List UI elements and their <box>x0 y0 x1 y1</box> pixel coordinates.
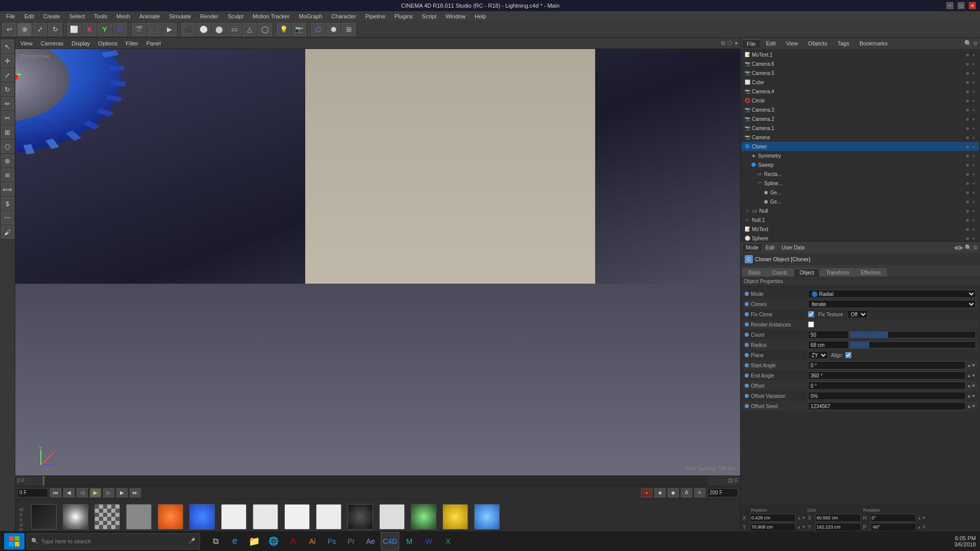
obj-visibility-indicator[interactable]: ◉ <box>964 189 970 195</box>
props-nav-right[interactable]: ▶ <box>959 244 964 251</box>
object-list-item[interactable]: 📝MoText.1◉● <box>742 50 979 59</box>
sphere-primitive[interactable]: ⚪ <box>197 23 211 36</box>
maya-taskbar[interactable]: M <box>400 532 419 550</box>
obj-visibility-indicator[interactable]: ● <box>971 79 977 85</box>
premiere[interactable]: Pr <box>342 532 360 550</box>
end-angle-arrow[interactable]: ▲▼ <box>967 373 976 378</box>
obj-visibility-indicator[interactable]: ● <box>971 153 977 159</box>
obj-visibility-indicator[interactable]: ● <box>971 134 977 140</box>
excel[interactable]: X <box>439 532 457 550</box>
obj-visibility-indicator[interactable]: ● <box>971 61 977 67</box>
object-list-item[interactable]: 📷Camera.6◉● <box>742 59 979 68</box>
menu-edit[interactable]: Edit <box>20 12 38 20</box>
menu-pipeline[interactable]: Pipeline <box>361 12 389 20</box>
object-list-item[interactable]: 📷Camera.4◉● <box>742 87 979 96</box>
draw-tool[interactable]: ✏ <box>1 97 14 110</box>
scale-tool-left[interactable]: ⤢ <box>1 68 14 82</box>
offset-arrow[interactable]: ▲▼ <box>967 383 976 388</box>
obj-tab-bookmarks[interactable]: Bookmarks <box>855 39 892 47</box>
play-forward-button[interactable]: ▷ <box>103 488 114 497</box>
move-tool-left[interactable]: ✛ <box>1 54 14 67</box>
object-list-item[interactable]: ◼Ge...◉● <box>742 197 979 206</box>
rotate-tool-left[interactable]: ↻ <box>1 83 14 96</box>
auto-key[interactable]: A <box>681 488 692 497</box>
obj-visibility-indicator[interactable]: ● <box>971 217 977 223</box>
props-settings-icon[interactable]: ⚙ <box>973 244 978 251</box>
count-input[interactable] <box>808 331 849 339</box>
chrome-browser[interactable]: 🌐 <box>264 532 283 550</box>
maximize-button[interactable]: □ <box>958 2 965 9</box>
undo-tool[interactable]: ↩ <box>2 23 16 36</box>
offset-input[interactable] <box>808 382 966 390</box>
frame-end-input[interactable] <box>707 488 738 497</box>
plane-primitive[interactable]: ▭ <box>227 23 241 36</box>
object-list-item[interactable]: 🔷Sweep◉● <box>742 160 979 169</box>
close-button[interactable]: ✕ <box>969 2 976 9</box>
cylinder-primitive[interactable]: ⬤ <box>212 23 226 36</box>
offset-variation-input[interactable] <box>808 392 966 400</box>
acrobat[interactable]: A <box>284 532 302 550</box>
x-size-input[interactable] <box>815 514 861 522</box>
ipr-tool[interactable]: ▶ <box>162 23 177 36</box>
object-list-item[interactable]: ○Null.1◉● <box>742 215 979 224</box>
select-tool[interactable]: ⬜ <box>67 23 81 36</box>
fracture-tool[interactable]: ⬢ <box>326 23 340 36</box>
menu-animate[interactable]: Animate <box>135 12 164 20</box>
vp-cameras-menu[interactable]: Cameras <box>38 40 67 47</box>
y-size-input[interactable] <box>815 523 861 531</box>
y-axis[interactable]: Y <box>97 23 112 36</box>
x-pos-input[interactable] <box>750 514 796 522</box>
cube-primitive[interactable]: ⬛ <box>181 23 195 36</box>
next-frame-button[interactable]: ▶ <box>116 488 128 497</box>
knife-tool[interactable]: ✂ <box>1 111 14 124</box>
tab-object[interactable]: Object <box>794 268 820 277</box>
obj-visibility-indicator[interactable]: ● <box>971 70 977 76</box>
vp-view-menu[interactable]: View <box>17 40 36 47</box>
magnet-tool[interactable]: $ <box>1 197 14 210</box>
obj-tab-view[interactable]: View <box>782 39 802 47</box>
obj-tab-objects[interactable]: Objects <box>804 39 831 47</box>
bevel-tool[interactable]: ⬡ <box>1 140 14 153</box>
props-tab-mode[interactable]: Mode <box>743 244 762 252</box>
vp-icon-2[interactable]: ⬡ <box>727 40 732 46</box>
obj-settings-icon[interactable]: ⚙ <box>973 40 978 47</box>
menu-simulate[interactable]: Simulate <box>165 12 195 20</box>
obj-tab-tags[interactable]: Tags <box>834 39 853 47</box>
obj-visibility-indicator[interactable]: ◉ <box>964 162 970 168</box>
x-axis[interactable]: X <box>82 23 96 36</box>
obj-visibility-indicator[interactable]: ● <box>971 171 977 177</box>
play-back-button[interactable]: ◁ <box>77 488 88 497</box>
menu-create[interactable]: Create <box>39 12 64 20</box>
obj-visibility-indicator[interactable]: ◉ <box>964 97 970 104</box>
tab-effectors[interactable]: Effectors <box>855 268 887 277</box>
tab-basic[interactable]: Basic <box>743 268 766 277</box>
obj-visibility-indicator[interactable]: ● <box>971 107 977 113</box>
paint-tool[interactable]: 🖌 <box>1 226 14 239</box>
obj-visibility-indicator[interactable]: ● <box>971 180 977 186</box>
fix-clone-checkbox[interactable] <box>808 311 814 317</box>
matrix-tool[interactable]: ⊞ <box>341 23 356 36</box>
move-tool[interactable]: ⊕ <box>17 23 32 36</box>
obj-visibility-indicator[interactable]: ● <box>971 235 977 241</box>
props-tab-edit[interactable]: Edit <box>763 244 777 252</box>
menu-motion tracker[interactable]: Motion Tracker <box>249 12 294 20</box>
edge-browser[interactable]: e <box>226 532 244 550</box>
object-list-item[interactable]: ▭Recta...◉● <box>742 169 979 179</box>
stop-button[interactable]: ■ <box>654 488 666 497</box>
offset-seed-input[interactable] <box>808 402 966 410</box>
obj-search-icon[interactable]: 🔍 <box>964 40 972 47</box>
start-angle-input[interactable] <box>808 361 966 369</box>
taskbar-search-box[interactable]: 🔍 Type here to search 🎤 <box>27 533 200 549</box>
obj-visibility-indicator[interactable]: ◉ <box>964 226 970 232</box>
obj-visibility-indicator[interactable]: ◉ <box>964 61 970 67</box>
menu-character[interactable]: Character <box>327 12 360 20</box>
object-list-item[interactable]: ⬜Cube◉● <box>742 78 979 87</box>
timeline-ruler[interactable] <box>43 476 707 486</box>
record-button[interactable]: ● <box>641 488 652 497</box>
prev-frame-button[interactable]: ◀ <box>63 488 75 497</box>
object-list-item[interactable]: 〰Spline...◉● <box>742 179 979 188</box>
bridge-tool[interactable]: ≋ <box>1 168 14 182</box>
obj-tab-edit[interactable]: Edit <box>762 39 780 47</box>
light-tool[interactable]: 💡 <box>277 23 291 36</box>
obj-visibility-indicator[interactable]: ◉ <box>964 52 970 58</box>
